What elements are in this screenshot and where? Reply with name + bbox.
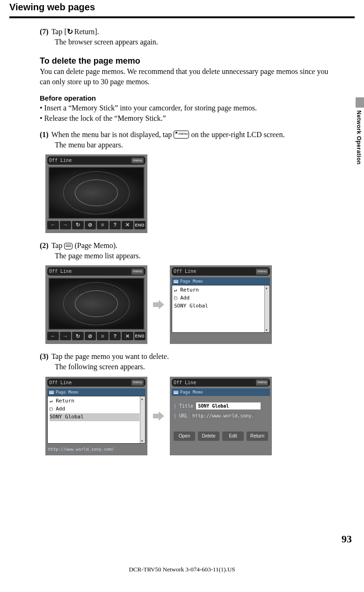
step-3-num: (3): [40, 351, 49, 362]
detail-title-input: [196, 402, 261, 409]
step-3-line1: Tap the page memo you want to delete.: [51, 351, 169, 362]
list-item-add: ▢ Add: [50, 405, 139, 413]
side-tab: Network Operation: [356, 97, 364, 165]
status-url: [170, 335, 272, 345]
lcd-screenshot-pagememo-select: Off Line menu Page Memo ↵ Return ▢ Add S…: [45, 377, 147, 455]
tb-end-button: END: [134, 221, 146, 229]
tb-back-icon: ←: [47, 221, 59, 229]
footer: DCR-TRV50 Network 3-074-603-11(1).US: [0, 566, 364, 573]
step-2-text-b: (Page Memo).: [73, 241, 117, 249]
lcd-screenshot-pagememo-list: Off Line menu Page Memo ↵ Return ▢ Add S…: [170, 265, 272, 344]
step-2-num: (2): [40, 241, 49, 251]
step-2-text-a: Tap: [51, 241, 65, 249]
list-item-sony: SONY Global: [174, 302, 264, 310]
side-tab-label: Network Operation: [356, 110, 362, 165]
status-url: http://www.world.sony.com/: [45, 446, 147, 456]
step-2: (2) Tap (Page Memo).: [40, 241, 336, 251]
lcd-screenshot-menubar: Off Line menu ← → ↻ ⊘ ≡ ? ✕ END: [45, 154, 147, 233]
tb-pagememo-icon: ≡: [97, 221, 109, 229]
side-tab-bar: [356, 97, 364, 108]
tb-forward-icon: →: [60, 221, 72, 229]
return-arrow-icon: ↻: [67, 28, 73, 36]
scrollbar: [264, 285, 269, 332]
detail-delete-button: Delete: [198, 431, 219, 441]
pagememo-subbar-icon: [174, 280, 178, 283]
title-rule: [9, 16, 355, 18]
step-1-num: (1): [40, 130, 49, 140]
section-delete-head: To delete the page memo: [40, 55, 336, 66]
step-2-line2: The page memo list appears.: [55, 251, 336, 261]
page-memo-icon: [64, 243, 73, 249]
bullet-1: Insert a “Memory Stick” into your camcor…: [44, 103, 257, 113]
step-7-text-a: Tap [: [51, 28, 67, 36]
section-delete-body: You can delete page memos. We recommend …: [40, 66, 336, 87]
tb-reload-icon: ↻: [72, 221, 84, 229]
page-title: Viewing web pages: [9, 0, 355, 16]
lcd-viewport: [48, 167, 145, 219]
arrow-right-icon: [153, 299, 164, 310]
step-1-text-a: When the menu bar is not displayed, tap: [51, 131, 174, 139]
pagememo-subbar-label: Page Memo: [180, 278, 203, 284]
lcd-screenshot-menubar-2: Off Line menu ← → ↻ ⊘ ≡ ? ✕ END: [45, 265, 147, 344]
tb-close-icon: ✕: [122, 221, 133, 229]
step-7-num: (7): [40, 27, 49, 37]
lcd-status: Off Line: [49, 157, 72, 164]
step-3-line2: The following screen appears.: [55, 362, 336, 372]
tb-help-icon: ?: [109, 221, 121, 229]
detail-url-input: [190, 412, 255, 419]
detail-url-label: URL: [179, 413, 188, 419]
list-item-add: ▢ Add: [174, 294, 264, 302]
step-7-line2: The browser screen appears again.: [55, 37, 336, 47]
step-7: (7) Tap [↻ Return].: [40, 27, 336, 37]
detail-title-label: Title: [179, 403, 193, 409]
step-3: (3) Tap the page memo you want to delete…: [40, 351, 336, 362]
before-operation-head: Before operation: [40, 94, 336, 103]
page-number: 93: [342, 533, 352, 545]
list-item-return: ↵ Return: [174, 286, 264, 294]
before-operation-list: •Insert a “Memory Stick” into your camco…: [40, 103, 336, 123]
step-7-text-b: Return].: [73, 28, 99, 36]
step-1: (1) When the menu bar is not displayed, …: [40, 130, 336, 140]
bullet-2: Release the lock of the “Memory Stick.”: [44, 113, 166, 124]
step-1-text-b: on the upper-right LCD screen.: [189, 131, 284, 139]
step-1-line2: The menu bar appears.: [55, 140, 336, 150]
lcd-toolbar: ← → ↻ ⊘ ≡ ? ✕ END: [47, 221, 146, 229]
lcd-screenshot-pagememo-detail: Off Line menu Page Memo |Title |URL Open…: [170, 377, 272, 455]
detail-return-button: Return: [247, 431, 268, 441]
list-item-sony-selected: SONY Global: [50, 413, 139, 421]
list-item-return: ↵ Return: [50, 397, 139, 405]
tb-stop-icon: ⊘: [85, 221, 96, 229]
menu-icon: menu: [174, 131, 189, 139]
arrow-right-icon: [153, 410, 164, 422]
detail-edit-button: Edit: [222, 431, 244, 441]
detail-open-button: Open: [174, 431, 195, 441]
lcd-menu-button: menu: [131, 158, 144, 164]
